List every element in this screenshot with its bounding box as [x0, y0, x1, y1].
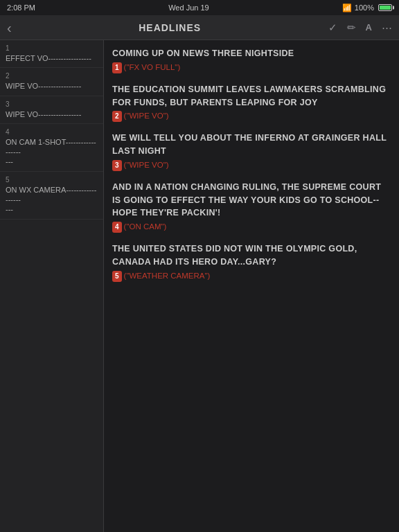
story-cue: 3("WIPE VO") — [112, 159, 391, 171]
status-right: 📶 100% — [342, 3, 392, 12]
story-block: THE EDUCATION SUMMIT LEAVES LAWMAKERS SC… — [112, 83, 391, 123]
sidebar-item-label: WIPE VO----------------- — [6, 82, 81, 90]
sidebar-item-label: WIPE VO----------------- — [6, 110, 81, 118]
content-area: COMING UP ON NEWS THREE NIGHTSIDE 1("FX … — [104, 40, 399, 532]
pencil-icon[interactable]: ✏ — [347, 21, 356, 34]
wifi-icon: 📶 — [342, 3, 352, 12]
sidebar: 1 EFFECT VO----------------- 2 WIPE VO--… — [0, 40, 104, 532]
status-time: 2:08 PM — [7, 3, 35, 12]
text-style-icon[interactable]: A — [366, 22, 372, 33]
cue-number: 5 — [112, 271, 122, 282]
story-cue: 5("WEATHER CAMERA") — [112, 270, 391, 282]
header-left: ‹ — [7, 21, 12, 35]
sidebar-item[interactable]: 3 WIPE VO----------------- — [0, 96, 103, 124]
sidebar-item-number: 3 — [6, 100, 98, 108]
back-button[interactable]: ‹ — [7, 21, 12, 35]
more-icon[interactable]: ⋯ — [382, 21, 392, 34]
cue-number: 4 — [112, 222, 122, 233]
check-icon[interactable]: ✓ — [328, 21, 337, 34]
story-block: COMING UP ON NEWS THREE NIGHTSIDE 1("FX … — [112, 47, 391, 73]
sidebar-item-label: EFFECT VO----------------- — [6, 54, 91, 62]
story-cue: 1("FX VO FULL") — [112, 62, 391, 73]
story-block: AND IN A NATION CHANGING RULING, THE SUP… — [112, 181, 391, 233]
sidebar-item[interactable]: 5 ON WX CAMERA--------------------- — [0, 172, 103, 220]
story-cue: 4("ON CAM") — [112, 221, 391, 233]
story-text: THE UNITED STATES DID NOT WIN THE OLYMPI… — [112, 242, 391, 269]
sidebar-item-number: 2 — [6, 72, 98, 80]
status-bar: 2:08 PM Wed Jun 19 📶 100% — [0, 0, 399, 15]
story-block: THE UNITED STATES DID NOT WIN THE OLYMPI… — [112, 242, 391, 282]
story-text: WE WILL TELL YOU ABOUT THE INFERNO AT GR… — [112, 132, 391, 158]
main-layout: 1 EFFECT VO----------------- 2 WIPE VO--… — [0, 40, 399, 532]
cue-number: 3 — [112, 160, 122, 171]
sidebar-item[interactable]: 4 ON CAM 1-SHOT--------------------- — [0, 124, 103, 172]
story-text: COMING UP ON NEWS THREE NIGHTSIDE — [112, 47, 391, 60]
story-cue: 2("WIPE VO") — [112, 110, 391, 122]
story-text: AND IN A NATION CHANGING RULING, THE SUP… — [112, 181, 391, 220]
sidebar-item[interactable]: 2 WIPE VO----------------- — [0, 68, 103, 96]
sidebar-item-number: 5 — [6, 176, 98, 184]
story-block: WE WILL TELL YOU ABOUT THE INFERNO AT GR… — [112, 132, 391, 171]
battery-label: 100% — [355, 3, 374, 12]
sidebar-item-label: ON WX CAMERA--------------------- — [6, 186, 96, 214]
sidebar-item[interactable]: 1 EFFECT VO----------------- — [0, 40, 103, 68]
battery-icon — [378, 4, 392, 11]
status-date: Wed Jun 19 — [168, 3, 209, 12]
app-header: ‹ HEADLINES ✓ ✏ A ⋯ — [0, 15, 399, 40]
header-title: HEADLINES — [12, 22, 328, 33]
sidebar-item-number: 4 — [6, 128, 98, 136]
cue-number: 2 — [112, 111, 122, 122]
story-text: THE EDUCATION SUMMIT LEAVES LAWMAKERS SC… — [112, 83, 391, 109]
sidebar-item-label: ON CAM 1-SHOT--------------------- — [6, 138, 96, 166]
cue-number: 1 — [112, 62, 122, 73]
header-actions: ✓ ✏ A ⋯ — [328, 21, 392, 34]
sidebar-item-number: 1 — [6, 44, 98, 52]
